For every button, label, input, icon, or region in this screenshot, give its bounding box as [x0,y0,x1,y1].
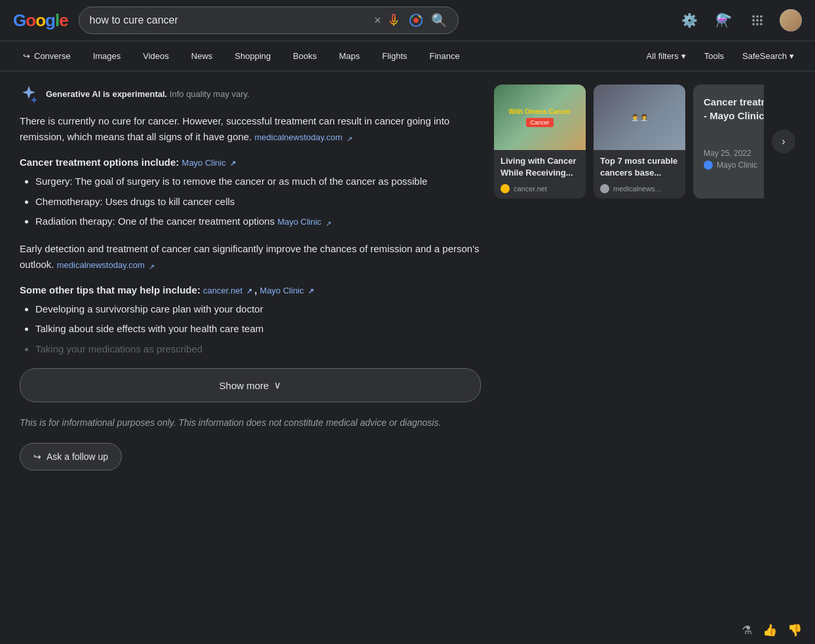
card-dark-source: Mayo Clinic [704,161,764,170]
card-curable-cancers[interactable]: 👨‍⚕️ 👩‍⚕️ Top 7 most curable cancers bas… [594,85,685,199]
card-source-1: cancer.net [501,184,579,193]
header: Google × [0,0,815,41]
nav-label-all-filters: All filters [647,51,679,61]
card-mayo-clinic[interactable]: Cancer treatment - Mayo Clinic May 25, 2… [693,85,764,199]
nav-item-flights[interactable]: Flights [372,45,417,67]
treatment-bullet-list: Surgery: The goal of surgery is to remov… [20,174,481,229]
svg-rect-10 [760,23,762,25]
svg-rect-5 [753,19,755,21]
nav-safesearch[interactable]: SafeSearch ▾ [734,46,802,66]
scroll-right-button[interactable]: › [772,130,795,153]
external-link-icon-4: ↗ [149,261,157,269]
search-button[interactable]: 🔍 [431,12,447,28]
card-living-with-cancer[interactable]: With Omens Cancer Cancer Living with Can… [494,85,586,199]
nav-label-flights: Flights [382,51,407,61]
summary-source-link[interactable]: medicalnewstoday.com [255,132,343,142]
card-title-1: Living with Cancer While Receiving... [501,155,579,179]
nav-label-news: News [191,51,213,61]
svg-rect-3 [756,16,758,18]
nav-item-news[interactable]: News [181,45,223,67]
svg-rect-7 [760,19,762,21]
microphone-icon[interactable] [387,13,401,28]
nav-right: All filters ▾ Tools SafeSearch ▾ [639,46,802,66]
nav-item-maps[interactable]: Maps [329,45,370,67]
external-link-icon-3: ↗ [326,218,333,226]
treatment-source-link[interactable]: Mayo Clinic [182,158,226,168]
disclaimer-text: This is for informational purposes only.… [20,415,481,430]
card-image-1: With Omens Cancer Cancer [494,85,586,150]
list-item: Surgery: The goal of surgery is to remov… [35,174,481,189]
nav-item-videos[interactable]: Videos [133,45,179,67]
thumbs-up-icon[interactable]: 👍 [763,623,777,637]
svg-point-1 [413,18,418,22]
chevron-down-icon-2: ▾ [789,51,794,61]
ai-notice-text: Generative AI is experimental. Info qual… [46,89,250,99]
tips-source-2-link[interactable]: Mayo Clinic [260,286,304,295]
settings-icon[interactable]: ⚙️ [677,9,701,32]
search-bar: × [79,7,459,34]
show-more-button[interactable]: Show more ∨ [20,368,481,402]
flask-icon[interactable]: ⚗ [742,623,752,637]
nav-label-safesearch: SafeSearch [742,51,787,61]
ai-summary-text: There is currently no cure for cancer. H… [20,115,449,142]
header-right: ⚙️ ⚗️ [677,9,802,32]
card-favicon-3 [704,161,713,170]
card-source-name-2: medicalnews... [613,185,661,193]
ai-notice: Generative AI is experimental. Info qual… [20,85,481,103]
avatar[interactable] [780,9,802,31]
nav-label-videos: Videos [143,51,169,61]
external-link-icon-5: ↗ [246,287,254,295]
converse-icon: ↪ [23,51,30,61]
other-tips-bullet-list: Developing a survivorship care plan with… [20,302,481,357]
nav-item-shopping[interactable]: Shopping [225,45,280,67]
treatment-heading: Cancer treatment options include: Mayo C… [20,157,481,168]
nav-item-converse[interactable]: ↪ Converse [13,45,81,67]
nav-item-books[interactable]: Books [283,45,326,67]
ask-follow-up-button[interactable]: ↪ Ask a follow up [20,443,122,470]
radiation-source-link[interactable]: Mayo Clinic [277,217,321,227]
search-clear-button[interactable]: × [374,14,381,26]
nav-tools[interactable]: Tools [696,46,732,66]
labs-icon[interactable]: ⚗️ [711,9,735,32]
google-logo: Google [13,10,68,31]
chevron-down-icon-3: ∨ [274,379,281,391]
card-source-name-1: cancer.net [514,185,547,193]
card-favicon-1 [501,184,510,193]
early-detection-paragraph: Early detection and treatment of cancer … [20,241,481,273]
card-image-2: 👨‍⚕️ 👩‍⚕️ [594,85,685,150]
nav-all-filters[interactable]: All filters ▾ [639,46,694,66]
search-icons: 🔍 [387,12,447,28]
cards-container: With Omens Cancer Cancer Living with Can… [494,85,764,199]
nav-label-shopping: Shopping [235,51,271,61]
footer-right: ⚗ 👍 👎 [742,623,802,637]
nav-label-finance: Finance [430,51,460,61]
card-source-2: medicalnews... [600,184,679,193]
list-item: Developing a survivorship care plan with… [35,302,481,317]
card-dark-title: Cancer treatment - Mayo Clinic [704,95,764,123]
card-content-1: Living with Cancer While Receiving... ca… [494,150,586,199]
svg-rect-8 [753,23,755,25]
external-link-icon-2: ↗ [230,159,238,167]
svg-rect-4 [760,16,762,18]
thumbs-down-icon[interactable]: 👎 [787,623,802,637]
nav-label-converse: Converse [34,51,71,61]
nav-label-images: Images [93,51,121,61]
search-input[interactable] [90,14,369,26]
other-tips-heading: Some other tips that may help include: c… [20,284,481,295]
nav-item-images[interactable]: Images [83,45,131,67]
google-lens-icon[interactable] [409,13,423,28]
google-ai-icon [20,85,38,103]
list-item-muted: Taking your medications as prescribed [35,342,481,357]
show-more-label: Show more [219,380,269,391]
nav-item-finance[interactable]: Finance [420,45,470,67]
svg-rect-6 [756,19,758,21]
card-favicon-2 [600,184,609,193]
footer-bar: ⚗ 👍 👎 [0,616,815,644]
apps-icon[interactable] [746,9,769,32]
card-source-name-3: Mayo Clinic [717,161,757,170]
tips-source-1-link[interactable]: cancer.net [203,286,242,295]
svg-rect-9 [756,23,758,25]
list-item: Chemotherapy: Uses drugs to kill cancer … [35,195,481,210]
svg-rect-2 [753,16,755,18]
early-detection-source-link[interactable]: medicalnewstoday.com [57,260,145,270]
